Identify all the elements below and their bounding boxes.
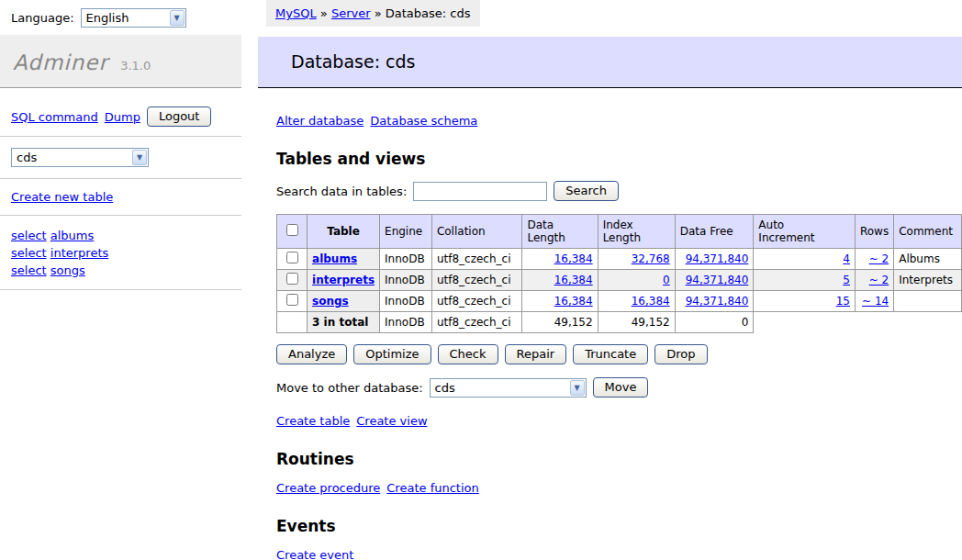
collation-cell: utf8_czech_ci	[431, 249, 522, 270]
data-length-link[interactable]: 16,384	[554, 295, 593, 308]
column-header-auto-increment: Auto Increment	[754, 215, 856, 249]
routines-heading: Routines	[276, 450, 962, 468]
create-procedure-link[interactable]: Create procedure	[276, 481, 380, 495]
analyze-button[interactable]: Analyze	[276, 344, 347, 364]
alter-database-link[interactable]: Alter database	[276, 114, 364, 128]
total-data-length: 49,152	[522, 312, 598, 333]
create-new-table-link[interactable]: Create new table	[11, 190, 113, 204]
breadcrumb-server-link[interactable]: Server	[331, 6, 371, 20]
breadcrumb: MySQL » Server » Database: cds	[266, 0, 480, 27]
column-header-comment: Comment	[894, 215, 962, 249]
move-button[interactable]: Move	[593, 377, 649, 398]
albums-table-link[interactable]: albums	[50, 229, 95, 242]
app-version: 3.1.0	[120, 59, 151, 73]
sidebar: Language: English ▼ Adminer 3.1.0 SQL co…	[0, 0, 241, 290]
data-free-link[interactable]: 94,371,840	[686, 252, 749, 265]
breadcrumb-mysql-link[interactable]: MySQL	[275, 6, 317, 20]
auto-increment-link[interactable]: 5	[843, 274, 850, 286]
auto-increment-link[interactable]: 4	[843, 252, 850, 265]
move-database-select[interactable]: cds ▼	[430, 378, 587, 398]
move-database-row: Move to other database: cds ▼ Move	[276, 377, 962, 398]
search-label: Search data in tables:	[276, 185, 407, 198]
table-total-row: 3 in total InnoDB utf8_czech_ci 49,152 4…	[277, 312, 962, 333]
comment-cell: Albums	[894, 249, 962, 270]
app-logo: Adminer 3.1.0	[0, 35, 241, 88]
search-input[interactable]	[413, 182, 547, 201]
table-name-link[interactable]: songs	[312, 295, 349, 308]
table-row: interprets InnoDB utf8_czech_ci 16,384 0…	[277, 270, 962, 291]
select-interprets-link[interactable]: select	[11, 246, 47, 260]
app-title: Adminer	[13, 50, 108, 74]
create-function-link[interactable]: Create function	[386, 481, 478, 495]
tables-overview-table: Table Engine Collation Data Length Index…	[276, 214, 962, 333]
breadcrumb-separator: »	[320, 6, 328, 20]
comment-cell: Interprets	[894, 270, 962, 291]
list-item: select interprets	[11, 244, 230, 262]
row-checkbox[interactable]	[286, 252, 298, 263]
chevron-down-icon: ▼	[570, 380, 585, 396]
language-select[interactable]: English ▼	[81, 8, 186, 28]
total-index-length: 49,152	[598, 312, 675, 333]
engine-cell: InnoDB	[380, 312, 432, 333]
data-length-link[interactable]: 16,384	[554, 274, 593, 286]
engine-cell: InnoDB	[380, 270, 432, 291]
engine-cell: InnoDB	[380, 249, 432, 270]
list-item: select albums	[11, 227, 230, 244]
create-table-link[interactable]: Create table	[276, 414, 350, 428]
sidebar-create-table-section: Create new table	[0, 178, 241, 215]
language-select-value: English	[86, 11, 129, 25]
database-schema-link[interactable]: Database schema	[370, 114, 477, 128]
auto-increment-link[interactable]: 15	[836, 295, 850, 308]
index-length-link[interactable]: 16,384	[632, 295, 670, 308]
dump-link[interactable]: Dump	[105, 110, 140, 124]
total-label: 3 in total	[308, 312, 380, 333]
repair-button[interactable]: Repair	[505, 344, 567, 364]
total-data-free: 0	[675, 312, 754, 333]
check-button[interactable]: Check	[438, 344, 498, 364]
events-links-row: Create event	[276, 548, 962, 560]
chevron-down-icon: ▼	[132, 150, 147, 165]
sql-command-link[interactable]: SQL command	[11, 110, 98, 124]
songs-table-link[interactable]: songs	[50, 263, 85, 277]
data-length-link[interactable]: 16,384	[554, 252, 593, 265]
row-checkbox[interactable]	[286, 273, 298, 285]
routines-links-row: Create procedure Create function	[276, 481, 962, 495]
drop-button[interactable]: Drop	[654, 344, 707, 364]
breadcrumb-current: Database: cds	[386, 6, 471, 20]
table-name-link[interactable]: interprets	[312, 274, 375, 286]
row-checkbox[interactable]	[286, 294, 298, 306]
collation-cell: utf8_czech_ci	[431, 312, 522, 333]
table-name-link[interactable]: albums	[312, 252, 357, 265]
language-row: Language: English ▼	[0, 0, 241, 35]
truncate-button[interactable]: Truncate	[573, 344, 648, 364]
list-item: select songs	[11, 262, 230, 279]
create-event-link[interactable]: Create event	[276, 548, 353, 560]
data-free-link[interactable]: 94,371,840	[686, 295, 749, 308]
chevron-down-icon: ▼	[170, 10, 185, 26]
data-free-link[interactable]: 94,371,840	[686, 274, 749, 286]
move-label: Move to other database:	[276, 381, 423, 395]
optimize-button[interactable]: Optimize	[353, 344, 431, 364]
column-header-rows: Rows	[855, 215, 893, 249]
column-header-engine: Engine	[380, 215, 432, 249]
index-length-link[interactable]: 0	[663, 274, 670, 286]
search-button[interactable]: Search	[554, 181, 619, 201]
sidebar-db-select-section: cds ▼	[0, 136, 241, 178]
index-length-link[interactable]: 32,768	[632, 252, 670, 265]
tables-and-views-heading: Tables and views	[276, 150, 962, 168]
logout-button[interactable]: Logout	[147, 106, 212, 127]
interprets-table-link[interactable]: interprets	[50, 246, 108, 260]
table-header-row: Table Engine Collation Data Length Index…	[277, 215, 962, 249]
select-all-checkbox[interactable]	[286, 224, 298, 236]
create-view-link[interactable]: Create view	[356, 414, 427, 428]
rows-count-link[interactable]: ~ 2	[869, 274, 889, 286]
database-select-value: cds	[17, 151, 37, 164]
sidebar-table-list: select albums select interprets select s…	[0, 215, 241, 290]
table-row: albums InnoDB utf8_czech_ci 16,384 32,76…	[277, 249, 962, 270]
rows-count-link[interactable]: ~ 2	[869, 252, 889, 265]
select-albums-link[interactable]: select	[11, 229, 47, 242]
select-songs-link[interactable]: select	[11, 263, 47, 277]
rows-count-link[interactable]: ~ 14	[862, 295, 889, 308]
database-select[interactable]: cds ▼	[11, 148, 149, 167]
sidebar-actions: SQL command Dump Logout	[0, 88, 241, 136]
